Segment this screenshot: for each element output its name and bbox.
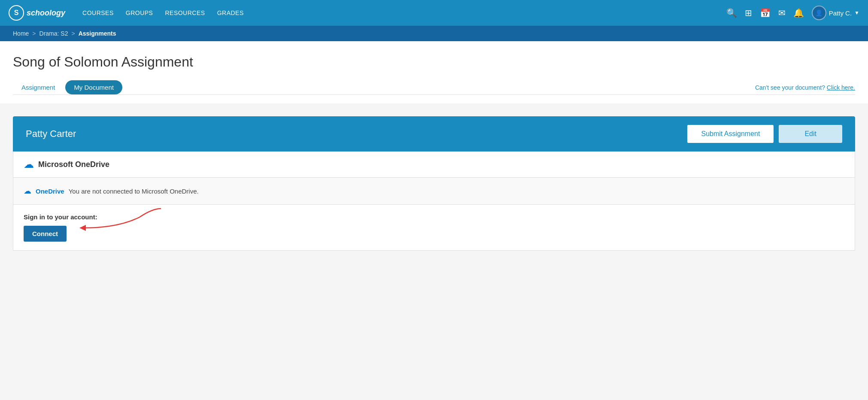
chevron-down-icon[interactable]: ▼ [854,10,859,16]
submit-assignment-button[interactable]: Submit Assignment [687,125,774,143]
onedrive-logo-text: OneDrive [36,188,64,195]
user-menu[interactable]: 👤 Patty C. ▼ [812,6,859,20]
header-buttons: Submit Assignment Edit [687,125,842,143]
logo-text: schoology [27,9,65,18]
nav-icons: 🔍 ⊞ 📅 ✉ 🔔 👤 Patty C. ▼ [726,6,859,20]
apps-icon[interactable]: ⊞ [745,8,752,18]
red-arrow-annotation [75,204,170,239]
nav-groups[interactable]: GROUPS [126,9,153,16]
search-icon[interactable]: 🔍 [726,8,737,18]
onedrive-cloud-icon: ☁ [24,186,31,196]
calendar-icon[interactable]: 📅 [760,8,771,18]
nav-courses[interactable]: COURSES [82,9,114,16]
breadcrumb-course[interactable]: Drama: S2 [39,30,68,37]
nav-resources[interactable]: RESOURCES [165,9,205,16]
breadcrumb-home[interactable]: Home [13,30,29,37]
connect-button[interactable]: Connect [24,226,67,242]
onedrive-header-icon: ☁ [24,158,34,170]
nav-grades[interactable]: GRADES [217,9,244,16]
onedrive-status-row: ☁ OneDrive You are not connected to Micr… [24,186,844,196]
main-content: Song of Solomon Assignment Assignment My… [0,41,868,103]
signin-section: Sign in to your account: Connect [13,205,855,250]
tab-assignment[interactable]: Assignment [13,80,64,94]
logo-icon: S [9,5,24,21]
svg-marker-0 [79,225,86,231]
breadcrumb-current: Assignments [79,30,116,37]
avatar-initials: 👤 [815,9,822,16]
onedrive-status-text: You are not connected to Microsoft OneDr… [69,188,199,195]
breadcrumb: Home > Drama: S2 > Assignments [0,26,868,41]
top-navigation: S schoology COURSES GROUPS RESOURCES GRA… [0,0,868,26]
tab-my-document[interactable]: My Document [65,80,122,94]
bell-icon[interactable]: 🔔 [793,8,804,18]
breadcrumb-sep-2: > [71,30,75,37]
cant-see-text: Can't see your document? [755,84,825,91]
onedrive-header: ☁ Microsoft OneDrive [13,152,855,178]
assignment-header: Patty Carter Submit Assignment Edit [13,116,855,152]
edit-button[interactable]: Edit [779,125,842,143]
user-name: Patty C. [829,9,852,17]
onedrive-title: Microsoft OneDrive [38,160,109,169]
nav-links: COURSES GROUPS RESOURCES GRADES [82,9,713,16]
logo[interactable]: S schoology [9,5,65,21]
tabs-row: Assignment My Document Can't see your do… [13,80,855,95]
click-here-link[interactable]: Click here. [827,84,855,91]
signin-label: Sign in to your account: [24,213,844,221]
page-title: Song of Solomon Assignment [13,54,855,70]
student-name: Patty Carter [26,128,76,139]
mail-icon[interactable]: ✉ [778,8,786,18]
onedrive-body: ☁ OneDrive You are not connected to Micr… [13,178,855,205]
onedrive-container: ☁ Microsoft OneDrive ☁ OneDrive You are … [13,152,855,251]
breadcrumb-sep-1: > [32,30,36,37]
avatar: 👤 [812,6,826,20]
cant-see-document: Can't see your document? Click here. [755,84,855,91]
tabs-left: Assignment My Document [13,80,122,94]
document-section: Patty Carter Submit Assignment Edit ☁ Mi… [13,116,855,251]
connect-button-area: Connect [24,226,67,242]
